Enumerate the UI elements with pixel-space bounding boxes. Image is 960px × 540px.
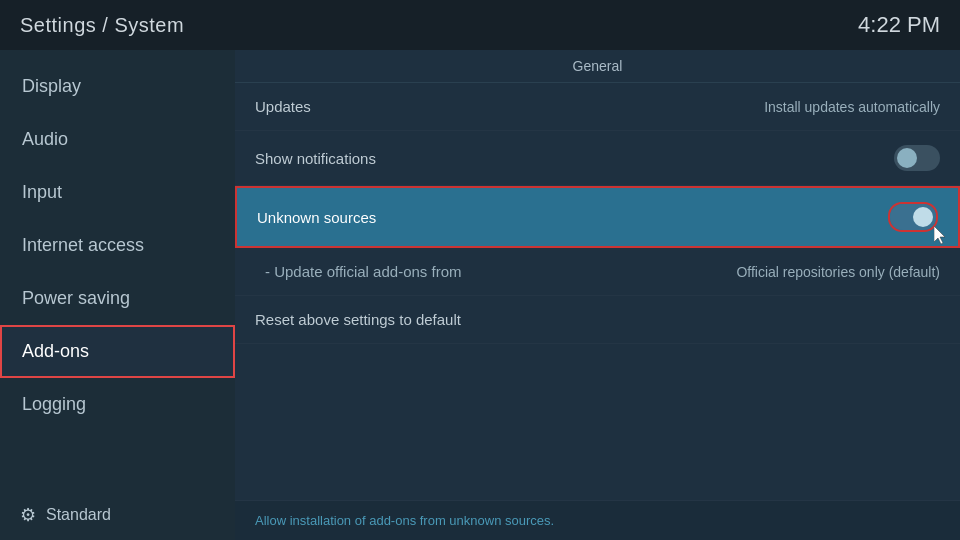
sidebar-item-power-saving[interactable]: Power saving [0,272,235,325]
sidebar-item-input[interactable]: Input [0,166,235,219]
show-notifications-toggle[interactable] [894,145,940,171]
sidebar-item-add-ons[interactable]: Add-ons [0,325,235,378]
setting-row-show-notifications[interactable]: Show notifications [235,131,960,186]
unknown-sources-toggle-wrapper [888,202,938,232]
settings-list: Updates Install updates automatically Sh… [235,83,960,500]
main-layout: Display Audio Input Internet access Powe… [0,50,960,540]
gear-icon: ⚙ [20,504,36,526]
unknown-sources-toggle-border [888,202,938,232]
update-addons-value: Official repositories only (default) [736,264,940,280]
setting-row-updates[interactable]: Updates Install updates automatically [235,83,960,131]
page-title: Settings / System [20,14,184,37]
updates-value: Install updates automatically [764,99,940,115]
sidebar-item-audio[interactable]: Audio [0,113,235,166]
standard-label: Standard [46,506,111,524]
sidebar-item-internet-access[interactable]: Internet access [0,219,235,272]
section-header: General [235,50,960,83]
sidebar-item-logging[interactable]: Logging [0,378,235,431]
unknown-sources-label: Unknown sources [257,209,376,226]
show-notifications-toggle-container[interactable] [894,145,940,171]
cursor-icon [934,226,950,246]
show-notifications-label: Show notifications [255,150,376,167]
footer-text: Allow installation of add-ons from unkno… [255,513,554,528]
unknown-sources-toggle-knob [913,207,933,227]
content-footer: Allow installation of add-ons from unkno… [235,500,960,540]
setting-row-unknown-sources[interactable]: Unknown sources [235,186,960,248]
updates-label: Updates [255,98,311,115]
setting-row-update-addons[interactable]: - Update official add-ons from Official … [235,248,960,296]
setting-row-reset[interactable]: Reset above settings to default [235,296,960,344]
sidebar-nav: Display Audio Input Internet access Powe… [0,60,235,431]
update-addons-label: - Update official add-ons from [265,263,462,280]
unknown-sources-toggle[interactable] [890,204,936,230]
sidebar-item-display[interactable]: Display [0,60,235,113]
reset-label: Reset above settings to default [255,311,461,328]
sidebar: Display Audio Input Internet access Powe… [0,50,235,540]
header: Settings / System 4:22 PM [0,0,960,50]
content-area: General Updates Install updates automati… [235,50,960,540]
clock: 4:22 PM [858,12,940,38]
show-notifications-toggle-knob [897,148,917,168]
sidebar-footer: ⚙ Standard [0,490,235,540]
